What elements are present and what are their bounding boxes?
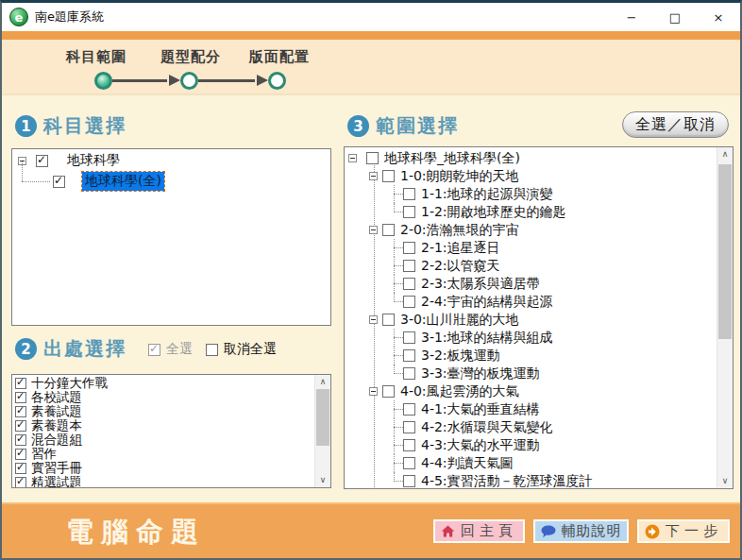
tree-row[interactable]: 4-3:大氣的水平運動 (345, 436, 717, 454)
tree-item-label[interactable]: 4-2:水循環與天氣變化 (421, 419, 553, 436)
scrollbar[interactable]: ∧ ∨ (314, 375, 330, 487)
tree-item-label[interactable]: 1-1:地球的起源與演變 (421, 186, 553, 203)
minimize-button[interactable]: − (610, 3, 653, 31)
tree-row[interactable]: 3-2:板塊運動 (345, 347, 717, 365)
checkbox-unchecked[interactable] (403, 421, 415, 433)
tree-item-label[interactable]: 3-3:臺灣的板塊運動 (421, 365, 540, 382)
tree-item-label[interactable]: 1-0:朗朗乾坤的天地 (400, 168, 519, 185)
checkbox-unchecked[interactable] (403, 403, 415, 416)
tree-row[interactable]: 4-5:實習活動－乾溼球溫度計 (345, 472, 717, 489)
tree-item-label[interactable]: 3-2:板塊運動 (421, 348, 500, 365)
tree-row[interactable]: 3-1:地球的結構與組成 (345, 329, 717, 347)
tree-row[interactable]: 4-2:水循環與天氣變化 (345, 418, 717, 436)
checkbox-checked[interactable] (15, 378, 26, 389)
checkbox-unchecked[interactable] (382, 314, 395, 326)
checkbox-unchecked[interactable] (366, 152, 379, 164)
list-item[interactable]: 混合題組 (12, 433, 314, 447)
tree-item-label[interactable]: 2-4:宇宙的結構與起源 (421, 294, 553, 311)
tree-row[interactable]: 地球科學_地球科學(全) (345, 149, 717, 167)
collapse-expander-icon[interactable] (369, 226, 378, 234)
checkbox-unchecked[interactable] (403, 278, 415, 290)
tree-row[interactable]: 4-0:風起雲湧的大氣 (345, 382, 717, 400)
select-all-checkbox[interactable]: 全選 (148, 341, 193, 358)
tree-item-label[interactable]: 3-0:山川壯麗的大地 (400, 312, 519, 329)
checkbox-checked[interactable] (15, 477, 26, 488)
checkbox-unchecked[interactable] (403, 457, 415, 469)
tree-row[interactable]: 3-3:臺灣的板塊運動 (345, 365, 717, 382)
tree-row[interactable]: 2-4:宇宙的結構與起源 (345, 293, 717, 311)
tree-item-label[interactable]: 地球科學 (67, 152, 120, 169)
tree-item-label[interactable]: 2-1:追星逐日 (421, 240, 500, 257)
checkbox-checked[interactable] (53, 176, 65, 188)
checkbox-checked[interactable] (15, 449, 26, 460)
checkbox-unchecked[interactable] (382, 170, 395, 182)
tree-row[interactable]: 2-2:以管窺天 (345, 257, 717, 275)
checkbox-unchecked[interactable] (206, 344, 218, 356)
checkbox-unchecked[interactable] (403, 206, 415, 218)
tree-item-label[interactable]: 4-3:大氣的水平運動 (421, 437, 540, 454)
step-circle-2[interactable] (180, 72, 198, 90)
scrollbar-thumb[interactable] (718, 164, 732, 339)
tree-item-label[interactable]: 3-1:地球的結構與組成 (421, 330, 553, 347)
tree-row[interactable]: 1-1:地球的起源與演變 (345, 185, 717, 203)
tree-row[interactable]: 3-0:山川壯麗的大地 (345, 311, 717, 329)
checkbox-unchecked[interactable] (403, 242, 415, 254)
checkbox-unchecked[interactable] (403, 367, 415, 380)
next-step-button[interactable]: 下一步 (637, 519, 730, 543)
checkbox-checked[interactable] (15, 392, 26, 403)
step-circle-1-active[interactable] (94, 72, 112, 90)
checkbox-checked[interactable] (15, 463, 26, 474)
tree-row[interactable]: 1-2:開啟地球歷史的鑰匙 (345, 203, 717, 221)
tree-row[interactable]: 2-3:太陽系與適居帶 (345, 275, 717, 293)
list-item-label[interactable]: 精選試題 (31, 474, 82, 489)
tree-item-label[interactable]: 地球科學_地球科學(全) (384, 150, 520, 167)
tree-item-label[interactable]: 2-0:浩瀚無垠的宇宙 (400, 222, 519, 239)
tree-row[interactable]: 1-0:朗朗乾坤的天地 (345, 167, 717, 185)
tree-item-label[interactable]: 4-5:實習活動－乾溼球溫度計 (421, 473, 593, 490)
tree-row[interactable]: 4-1:大氣的垂直結構 (345, 400, 717, 418)
checkbox-unchecked[interactable] (382, 224, 395, 236)
scroll-down-icon[interactable]: ∨ (315, 473, 330, 487)
tree-item-label[interactable]: 1-2:開啟地球歷史的鑰匙 (421, 204, 566, 221)
checkbox-unchecked[interactable] (403, 475, 415, 487)
tree-item-label[interactable]: 4-4:判讀天氣圖 (421, 455, 514, 472)
maximize-button[interactable]: □ (653, 3, 697, 31)
checkbox-unchecked[interactable] (403, 188, 415, 200)
help-button[interactable]: 輔助說明 (533, 519, 629, 543)
tree-item-label[interactable]: 2-2:以管窺天 (421, 258, 500, 275)
tree-row[interactable]: 2-1:追星逐日 (345, 239, 717, 257)
checkbox-unchecked[interactable] (382, 385, 395, 398)
tree-item-label[interactable]: 地球科學(全) (82, 172, 164, 191)
scroll-down-icon[interactable]: ∨ (717, 474, 733, 488)
scrollbar-thumb[interactable] (316, 389, 329, 446)
scrollbar[interactable]: ∧ ∨ (717, 147, 733, 488)
collapse-expander-icon[interactable] (369, 387, 378, 396)
tree-item-label[interactable]: 4-0:風起雲湧的大氣 (400, 383, 519, 400)
home-button[interactable]: 回主頁 (433, 519, 525, 543)
checkbox-unchecked[interactable] (403, 260, 415, 272)
deselect-all-checkbox[interactable]: 取消全選 (206, 341, 277, 358)
checkbox-checked[interactable] (15, 406, 26, 417)
collapse-expander-icon[interactable] (348, 154, 357, 162)
tree-row[interactable]: 地球科學 (12, 151, 330, 170)
tree-item-label[interactable]: 4-1:大氣的垂直結構 (421, 401, 540, 418)
collapse-expander-icon[interactable] (369, 172, 378, 180)
checkbox-checked[interactable] (36, 155, 48, 167)
list-item[interactable]: 精選試題 (12, 475, 314, 488)
checkbox-unchecked[interactable] (403, 331, 415, 344)
tree-row[interactable]: 地球科學(全) (12, 172, 330, 191)
checkbox-checked[interactable] (15, 420, 26, 432)
step-circle-3[interactable] (268, 72, 286, 90)
close-button[interactable]: × (697, 3, 740, 31)
tree-row[interactable]: 4-4:判讀天氣圖 (345, 454, 717, 472)
scroll-up-icon[interactable]: ∧ (315, 375, 330, 389)
checkbox-unchecked[interactable] (403, 296, 415, 308)
checkbox-checked-disabled[interactable] (148, 344, 160, 356)
checkbox-unchecked[interactable] (403, 349, 415, 362)
tree-row[interactable]: 2-0:浩瀚無垠的宇宙 (345, 221, 717, 239)
scroll-up-icon[interactable]: ∧ (717, 147, 733, 161)
collapse-expander-icon[interactable] (369, 315, 378, 324)
checkbox-unchecked[interactable] (403, 439, 415, 451)
checkbox-checked[interactable] (15, 434, 26, 446)
toggle-select-all-button[interactable]: 全選／取消 (622, 111, 729, 138)
